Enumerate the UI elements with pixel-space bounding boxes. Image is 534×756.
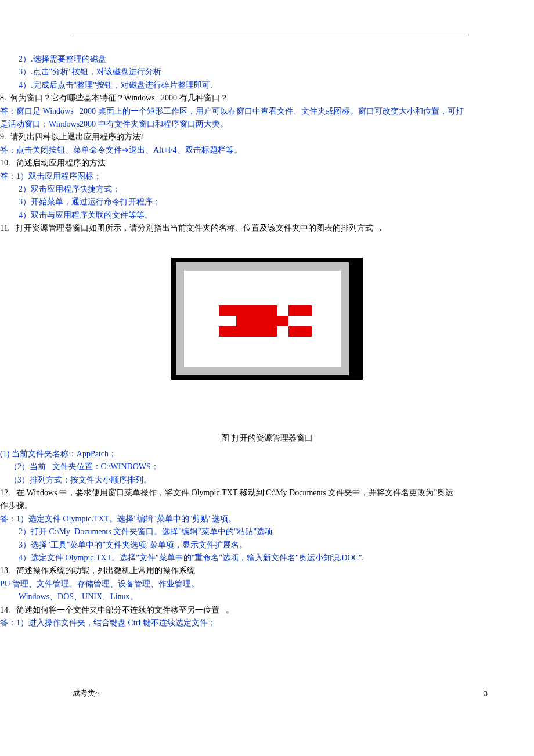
answer-12-line: 4）选定文件 Olympic.TXT。选择"文件"菜单中的"重命名"选项，输入新… [0,552,534,564]
question-11: 11. 打开资源管理器窗口如图所示，请分别指出当前文件夹的名称、位置及该文件夹中… [0,222,534,235]
answer-line: 4）.完成后点击"整理"按钮，对磁盘进行碎片整理即可. [0,79,534,92]
red-shape-icon [288,305,312,316]
header-rule [73,35,467,35]
answer-13-line: PU 管理、文件管理、存储管理、设备管理、作业管理。 [0,578,534,591]
red-shape-icon [219,326,277,337]
answer-10-line: 答：1）双击应用程序图标； [0,170,534,183]
red-shape-icon [219,305,277,316]
answer-line: 2）.选择需要整理的磁盘 [0,53,534,66]
question-12: 12. 在 Windows 中，要求使用窗口菜单操作，将文件 Olympic.T… [0,487,534,499]
answer-10-line: 2）双击应用程序快捷方式； [0,183,534,196]
figure-border [176,262,349,375]
question-8: 8. 何为窗口？它有哪些基本特征？Windows 2000 有几种窗口？ [0,92,534,105]
document-page: 2）.选择需要整理的磁盘 3）.点击"分析"按钮，对该磁盘进行分析 4）.完成后… [0,35,534,711]
answer-12-line: 2）打开 C:\My Documents 文件夹窗口。选择"编辑"菜单中的"粘贴… [0,525,534,538]
answer-13-line: Windows、DOS、UNIX、Linux。 [0,591,534,603]
question-13: 13. 简述操作系统的功能，列出微机上常用的操作系统 [0,564,534,577]
figure-screenshot [171,258,363,380]
answer-14-line: 答：1）进入操作文件夹，结合键盘 Ctrl 键不连续选定文件； [0,617,534,629]
answer-12-line: 答：1）选定文件 Olympic.TXT。选择"编辑"菜单中的"剪贴"选项。 [0,513,534,525]
page-footer: 成考类~ 3 [0,653,534,711]
answer-11-line: (1) 当前文件夹名称：AppPatch； [0,448,534,460]
answer-9: 答：点击关闭按钮、菜单命令文件➔退出、Alt+F4、双击标题栏等。 [0,144,534,157]
red-shape-icon [288,326,312,337]
figure-canvas [184,271,341,367]
red-shape-icon [236,316,288,326]
answer-11-line: （3）排列方式：按文件大小顺序排列。 [0,474,534,487]
footer-left: 成考类~ [73,687,99,700]
answer-line: 3）.点击"分析"按钮，对该磁盘进行分析 [0,66,534,78]
answer-8-line: 答：窗口是 Windows 2000 桌面上的一个矩形工作区，用户可以在窗口中查… [0,105,534,118]
answer-10-line: 3）开始菜单，通过运行命令打开程序； [0,196,534,208]
question-10: 10. 简述启动应用程序的方法 [0,157,534,170]
page-number: 3 [484,687,488,700]
answer-8-line: 是活动窗口；Windows2000 中有文件夹窗口和程序窗口两大类。 [0,118,534,131]
question-9: 9. 请列出四种以上退出应用程序的方法? [0,131,534,143]
question-12-cont: 作步骤。 [0,499,534,512]
figure-container [0,258,534,380]
document-content: 2）.选择需要整理的磁盘 3）.点击"分析"按钮，对该磁盘进行分析 4）.完成后… [0,53,534,653]
answer-10-line: 4）双击与应用程序关联的文件等等。 [0,209,534,222]
figure-caption: 图 打开的资源管理器窗口 [0,432,534,445]
answer-11-line: （2）当前 文件夹位置：C:\WINDOWS； [0,460,534,473]
answer-12-line: 3）选择"工具"菜单中的"文件夹选项"菜单项，显示文件扩展名。 [0,539,534,552]
question-14: 14. 简述如何将一个文件夹中部分不连续的文件移至另一位置 。 [0,604,534,617]
